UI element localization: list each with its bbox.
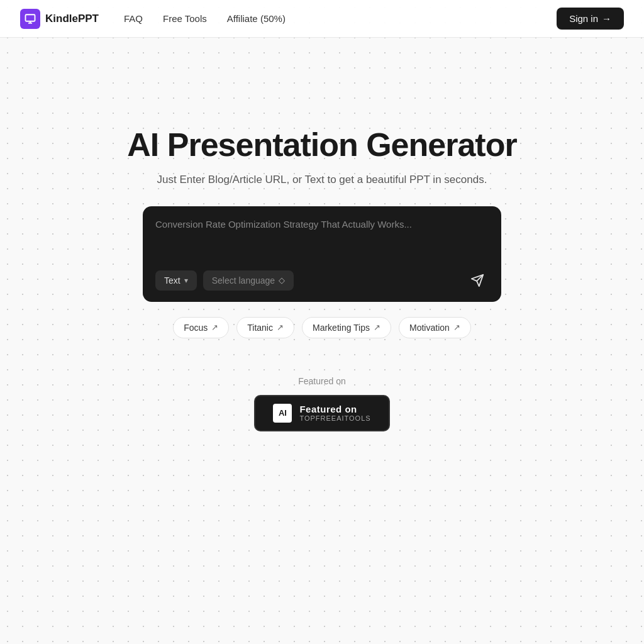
input-card: Text ▾ Select language ◇ [143,206,501,302]
affiliate-link[interactable]: Affiliate (50%) [227,13,286,24]
suggestion-chips: Focus ↗ Titanic ↗ Marketing Tips ↗ Motiv… [173,317,471,338]
chevron-down-icon: ▾ [184,276,188,285]
chip-focus[interactable]: Focus ↗ [173,317,229,338]
signin-button[interactable]: Sign in → [557,8,624,30]
logo-icon [20,9,40,29]
navbar: KindlePPT FAQ Free Tools Affiliate (50%)… [0,0,644,38]
nav-logo[interactable]: KindlePPT [20,9,99,29]
featured-ai-icon: AI [273,404,292,423]
input-type-button[interactable]: Text ▾ [155,270,197,291]
free-tools-link[interactable]: Free Tools [163,13,207,24]
send-icon [470,274,484,287]
featured-badge: AI Featured on TOPFREEAITOOLS [254,395,389,431]
chip-arrow-icon: ↗ [453,323,460,332]
diamond-icon: ◇ [279,275,285,285]
language-select-button[interactable]: Select language ◇ [203,270,294,291]
nav-signin-area: Sign in → [557,8,624,30]
chip-marketing-tips[interactable]: Marketing Tips ↗ [302,317,391,338]
chip-arrow-icon: ↗ [211,323,218,332]
input-toolbar: Text ▾ Select language ◇ [155,269,489,292]
featured-badge-main-text: Featured on [299,404,370,414]
main-content: AI Presentation Generator Just Enter Blo… [0,38,644,431]
language-label: Select language [212,275,275,286]
featured-badge-text-area: Featured on TOPFREEAITOOLS [299,404,370,422]
featured-label: Featured on [298,376,346,386]
input-type-label: Text [164,275,180,286]
featured-badge-brand: TOPFREEAITOOLS [299,414,370,422]
chip-arrow-icon: ↗ [277,323,284,332]
chip-arrow-icon: ↗ [374,323,380,332]
logo-text: KindlePPT [45,13,99,25]
submit-button[interactable] [466,269,489,292]
hero-title: AI Presentation Generator [127,126,516,164]
svg-rect-0 [26,14,35,21]
chip-titanic[interactable]: Titanic ↗ [236,317,294,338]
chip-motivation[interactable]: Motivation ↗ [399,317,471,338]
nav-links: FAQ Free Tools Affiliate (50%) [124,13,557,24]
hero-subtitle: Just Enter Blog/Article URL, or Text to … [157,174,487,186]
featured-section: Featured on AI Featured on TOPFREEAITOOL… [254,376,389,431]
main-input[interactable] [155,218,489,260]
faq-link[interactable]: FAQ [124,13,143,24]
